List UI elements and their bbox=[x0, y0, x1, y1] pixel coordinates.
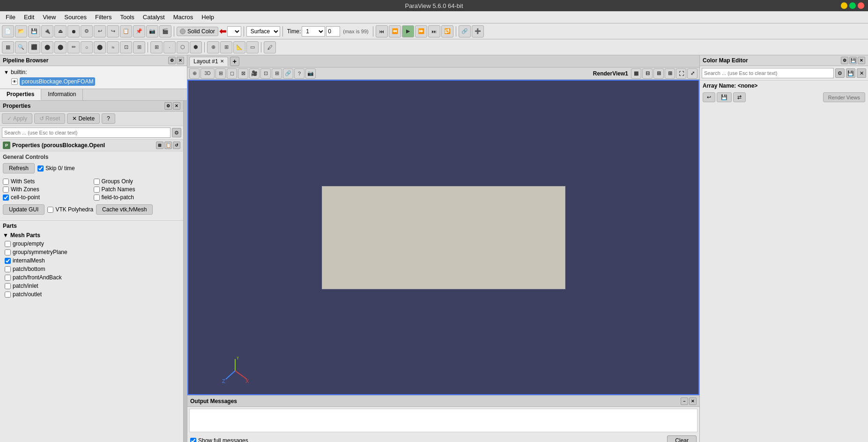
close-button[interactable] bbox=[858, 2, 864, 9]
iso-btn[interactable]: ≈ bbox=[107, 41, 119, 53]
orient-btn[interactable]: ⊕ bbox=[207, 41, 219, 53]
render-split-h-btn[interactable]: ⊟ bbox=[642, 68, 653, 79]
render-3d-btn[interactable]: 3D bbox=[200, 68, 215, 79]
measure-btn[interactable]: 📐 bbox=[233, 41, 245, 53]
select-btn[interactable]: ○ bbox=[81, 41, 93, 53]
builtin-node[interactable]: ▼ builtin: bbox=[2, 68, 185, 76]
grid-toggle[interactable]: ⊞ bbox=[150, 41, 163, 53]
minimize-button[interactable] bbox=[841, 2, 847, 9]
time-value-input[interactable] bbox=[326, 26, 340, 37]
first-frame-btn[interactable]: ⏮ bbox=[376, 25, 388, 37]
cme-save-preset-btn[interactable]: 💾 bbox=[717, 92, 732, 102]
redo-btn[interactable]: ↪ bbox=[107, 25, 119, 37]
patch-inlet-checkbox[interactable] bbox=[5, 283, 11, 289]
render-split-v-btn[interactable]: ⊞ bbox=[653, 68, 664, 79]
render-fullscreen-btn[interactable]: ⛶ bbox=[676, 68, 686, 79]
groups-only-checkbox[interactable] bbox=[94, 179, 100, 185]
tab-information[interactable]: Information bbox=[41, 89, 83, 100]
menu-file[interactable]: File bbox=[2, 13, 19, 22]
menu-macros[interactable]: Macros bbox=[170, 13, 197, 22]
save-btn[interactable]: 💾 bbox=[28, 25, 40, 37]
render-viewport[interactable]: Y Z X bbox=[187, 80, 699, 395]
layout-btn[interactable]: ▦ bbox=[2, 41, 14, 53]
disconnect-btn[interactable]: ⏏ bbox=[54, 25, 67, 37]
loop-btn[interactable]: 🔁 bbox=[441, 25, 453, 37]
paste-btn[interactable]: 📌 bbox=[133, 25, 145, 37]
connect-btn[interactable]: 🔌 bbox=[41, 25, 53, 37]
refresh-button[interactable]: Refresh bbox=[3, 163, 35, 173]
group-empty-checkbox[interactable] bbox=[5, 241, 11, 247]
render-save-btn[interactable]: 📷 bbox=[305, 68, 316, 79]
render-close-btn[interactable]: ⊞ bbox=[665, 68, 675, 79]
step-forward-btn[interactable]: ⏩ bbox=[415, 25, 427, 37]
cache-vtk-button[interactable]: Cache vtk,fvMesh bbox=[96, 204, 153, 215]
undo-btn[interactable]: ↩ bbox=[94, 25, 106, 37]
vtk-polyhedra-label[interactable]: VTK Polyhedra bbox=[47, 206, 93, 213]
skip-checkbox-label[interactable]: Skip 0/ time bbox=[37, 165, 75, 172]
render-sel-btn[interactable]: ⊡ bbox=[260, 68, 271, 79]
field-to-patch-checkbox[interactable] bbox=[94, 195, 100, 201]
mesh-item-patch-outlet[interactable]: patch/outlet bbox=[0, 290, 183, 299]
render-fit-btn[interactable]: ⊠ bbox=[238, 68, 248, 79]
menu-tools[interactable]: Tools bbox=[116, 13, 138, 22]
vtk-polyhedra-checkbox[interactable] bbox=[47, 207, 53, 213]
last-frame-btn[interactable]: ⏭ bbox=[428, 25, 440, 37]
play-btn[interactable]: ▶ bbox=[402, 25, 414, 37]
search-gear-btn[interactable]: ⚙ bbox=[172, 128, 181, 137]
cme-close-btn[interactable]: ✕ bbox=[858, 57, 865, 64]
selected-file[interactable]: porousBlockage.OpenFOAM bbox=[20, 77, 95, 86]
mesh-item-group-empty[interactable]: group/empty bbox=[0, 240, 183, 248]
menu-sources[interactable]: Sources bbox=[60, 13, 90, 22]
maximize-button[interactable] bbox=[849, 2, 856, 9]
cme-swap-btn[interactable]: ⇄ bbox=[733, 92, 746, 102]
layout-tab-1[interactable]: Layout #1 ✕ bbox=[189, 57, 228, 66]
delete-button[interactable]: ✕ Delete bbox=[67, 113, 100, 124]
patch-outlet-checkbox[interactable] bbox=[5, 292, 11, 298]
props-close-btn[interactable]: ✕ bbox=[173, 102, 180, 110]
render-help-btn[interactable]: ? bbox=[294, 68, 304, 79]
with-zones-label[interactable]: With Zones bbox=[3, 186, 90, 193]
visibility-icon[interactable]: 👁 bbox=[11, 78, 18, 85]
box-btn[interactable]: ⬛ bbox=[28, 41, 40, 53]
camera-link-btn[interactable]: 🔗 bbox=[459, 25, 471, 37]
render-layout-btn[interactable]: ▦ bbox=[631, 68, 641, 79]
solid-color-select[interactable] bbox=[227, 26, 241, 37]
render-redo-btn[interactable]: ◻ bbox=[227, 68, 237, 79]
with-sets-label[interactable]: With Sets bbox=[3, 178, 90, 185]
render-link-btn[interactable]: 🔗 bbox=[283, 68, 293, 79]
pipeline-settings-btn[interactable]: ⚙ bbox=[168, 57, 176, 64]
props-item-copy-btn[interactable]: 📋 bbox=[164, 142, 172, 149]
render-maximize-btn[interactable]: ⤢ bbox=[687, 68, 697, 79]
solid-color-btn[interactable]: Solid Color bbox=[177, 27, 218, 36]
menu-filters[interactable]: Filters bbox=[91, 13, 115, 22]
internal-mesh-checkbox[interactable] bbox=[5, 258, 11, 264]
reset-view-btn[interactable]: ⊞ bbox=[220, 41, 232, 53]
patch-names-label[interactable]: Patch Names bbox=[94, 186, 181, 193]
cylinder-btn[interactable]: ⬤ bbox=[54, 41, 67, 53]
cme-close-btn2[interactable]: ✕ bbox=[857, 68, 866, 78]
patch-front-back-checkbox[interactable] bbox=[5, 275, 11, 281]
surface-edges-btn[interactable]: ⬡ bbox=[177, 41, 189, 53]
left-panel-scrollbar[interactable] bbox=[183, 101, 187, 442]
open-btn[interactable]: 📂 bbox=[15, 25, 27, 37]
render-undo-btn[interactable]: ⊞ bbox=[215, 68, 226, 79]
select-surface-btn[interactable]: ▭ bbox=[246, 41, 259, 53]
props-item-refresh-btn[interactable]: ↺ bbox=[173, 142, 180, 149]
circle-btn[interactable]: ⏺ bbox=[67, 25, 80, 37]
clear-button[interactable]: Clear bbox=[667, 435, 697, 442]
groups-only-label[interactable]: Groups Only bbox=[94, 178, 181, 185]
patch-names-checkbox[interactable] bbox=[94, 187, 100, 193]
skip-checkbox[interactable] bbox=[37, 165, 44, 172]
edit-btn[interactable]: ✏ bbox=[67, 41, 80, 53]
show-full-messages-label[interactable]: Show full messages bbox=[190, 437, 248, 442]
settings-btn[interactable]: ⚙ bbox=[81, 25, 93, 37]
update-gui-button[interactable]: Update GUI bbox=[3, 204, 45, 215]
snapshot-btn[interactable]: 🎬 bbox=[159, 25, 171, 37]
output-close-btn[interactable]: ✕ bbox=[689, 397, 697, 405]
new-btn[interactable]: 📄 bbox=[2, 25, 14, 37]
patch-bottom-checkbox[interactable] bbox=[5, 266, 11, 272]
clip-btn[interactable]: ⊞ bbox=[133, 41, 145, 53]
group-symmetry-checkbox[interactable] bbox=[5, 249, 11, 255]
show-full-checkbox[interactable] bbox=[190, 438, 196, 442]
with-zones-checkbox[interactable] bbox=[3, 187, 9, 193]
